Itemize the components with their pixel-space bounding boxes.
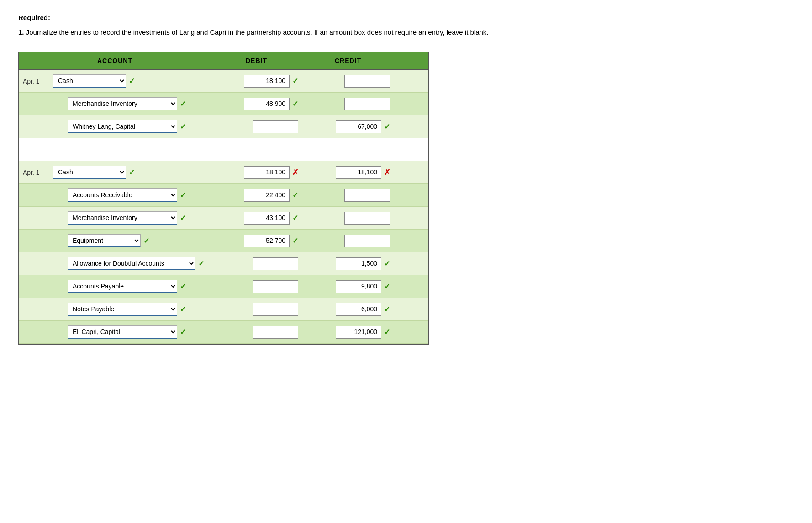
- credit-box[interactable]: [344, 98, 390, 110]
- header-credit: CREDIT: [302, 52, 394, 69]
- debit-cell: 18,100 ✗: [211, 163, 302, 182]
- check-icon: ✓: [180, 122, 186, 131]
- debit-box[interactable]: [253, 326, 298, 339]
- check-icon: ✓: [129, 77, 135, 85]
- account-cell: Apr. 1 Cash ✓: [19, 72, 211, 90]
- debit-check-icon: ✓: [292, 214, 298, 222]
- table-row: Allowance for Doubtful Accounts ✓ 1,500 …: [19, 252, 428, 275]
- debit-cell: 43,100 ✓: [211, 209, 302, 227]
- credit-box[interactable]: [344, 212, 390, 225]
- table-row: Merchandise Inventory ✓ 43,100 ✓: [19, 207, 428, 230]
- account-select[interactable]: Cash: [53, 74, 126, 88]
- table-header: ACCOUNT DEBIT CREDIT: [19, 52, 428, 70]
- credit-check-icon: ✓: [384, 259, 390, 268]
- debit-box[interactable]: [253, 280, 298, 293]
- credit-cell: 9,800 ✓: [302, 277, 394, 296]
- account-select[interactable]: Accounts Payable: [68, 280, 177, 293]
- check-icon: ✓: [180, 282, 186, 291]
- credit-cell: 1,500 ✓: [302, 255, 394, 273]
- debit-check-icon: ✓: [292, 191, 298, 199]
- account-cell: Notes Payable ✓: [19, 300, 211, 319]
- account-cell: Whitney Lang, Capital ✓: [19, 117, 211, 136]
- account-select[interactable]: Allowance for Doubtful Accounts: [68, 257, 195, 270]
- table-row: Merchandise Inventory ✓ 48,900 ✓: [19, 93, 428, 115]
- table-row: Notes Payable ✓ 6,000 ✓: [19, 298, 428, 321]
- credit-cell: 121,000 ✓: [302, 323, 394, 341]
- check-icon: ✓: [180, 99, 186, 108]
- check-icon: ✓: [143, 236, 149, 245]
- account-select[interactable]: Notes Payable: [68, 303, 177, 316]
- account-select[interactable]: Whitney Lang, Capital: [68, 120, 177, 133]
- account-cell: Merchandise Inventory ✓: [19, 209, 211, 227]
- credit-x-icon: ✗: [384, 168, 390, 177]
- check-icon: ✓: [129, 168, 135, 177]
- credit-box[interactable]: 121,000: [336, 326, 381, 339]
- debit-cell: [211, 323, 302, 341]
- credit-box[interactable]: 67,000: [336, 120, 381, 133]
- debit-cell: 52,700 ✓: [211, 232, 302, 250]
- debit-cell: [211, 255, 302, 273]
- credit-check-icon: ✓: [384, 328, 390, 336]
- instruction-text: Journalize the entries to record the inv…: [26, 28, 489, 36]
- debit-cell: [211, 300, 302, 319]
- table-row: Accounts Receivable ✓ 22,400 ✓: [19, 184, 428, 207]
- header-debit: DEBIT: [211, 52, 302, 69]
- credit-box[interactable]: 1,500: [336, 257, 381, 270]
- credit-box[interactable]: [344, 75, 390, 88]
- debit-cell: 48,900 ✓: [211, 95, 302, 113]
- account-select[interactable]: Accounts Receivable: [68, 188, 177, 202]
- debit-x-icon: ✗: [292, 168, 298, 177]
- debit-cell: [211, 277, 302, 296]
- account-select[interactable]: Merchandise Inventory: [68, 97, 177, 110]
- credit-box[interactable]: 9,800: [336, 280, 381, 293]
- account-select[interactable]: Cash: [53, 166, 126, 179]
- account-cell: Accounts Receivable ✓: [19, 186, 211, 204]
- debit-cell: 18,100 ✓: [211, 72, 302, 90]
- debit-box[interactable]: 43,100: [244, 212, 290, 225]
- debit-check-icon: ✓: [292, 77, 298, 85]
- check-icon: ✓: [180, 305, 186, 314]
- debit-box[interactable]: [253, 120, 298, 133]
- debit-box[interactable]: 18,100: [244, 166, 290, 179]
- account-cell: Accounts Payable ✓: [19, 277, 211, 296]
- account-cell: Allowance for Doubtful Accounts ✓: [19, 254, 211, 273]
- debit-box[interactable]: 18,100: [244, 75, 290, 88]
- credit-cell: 6,000 ✓: [302, 300, 394, 319]
- credit-box[interactable]: 6,000: [336, 303, 381, 316]
- instructions: 1. Journalize the entries to record the …: [18, 27, 794, 38]
- required-label: Required:: [18, 14, 794, 21]
- credit-box[interactable]: [344, 235, 390, 247]
- date-label: Apr. 1: [23, 169, 50, 176]
- separator-row: [19, 138, 428, 161]
- credit-cell: 67,000 ✓: [302, 118, 394, 136]
- table-row: Whitney Lang, Capital ✓ 67,000 ✓: [19, 115, 428, 138]
- debit-box[interactable]: [253, 257, 298, 270]
- credit-cell: [302, 209, 394, 227]
- credit-check-icon: ✓: [384, 122, 390, 131]
- table-row: Apr. 1 Cash ✓ 18,100 ✗ 18,100 ✗: [19, 161, 428, 184]
- account-cell: Eli Capri, Capital ✓: [19, 323, 211, 341]
- debit-box[interactable]: 48,900: [244, 98, 290, 110]
- credit-box[interactable]: 18,100: [336, 166, 381, 179]
- account-cell: Apr. 1 Cash ✓: [19, 163, 211, 182]
- table-row: Apr. 1 Cash ✓ 18,100 ✓: [19, 70, 428, 93]
- table-row: Accounts Payable ✓ 9,800 ✓: [19, 275, 428, 298]
- account-select[interactable]: Merchandise Inventory: [68, 211, 177, 225]
- credit-check-icon: ✓: [384, 282, 390, 291]
- credit-cell: 18,100 ✗: [302, 163, 394, 182]
- debit-cell: 22,400 ✓: [211, 186, 302, 204]
- debit-box[interactable]: 22,400: [244, 189, 290, 202]
- credit-cell: [302, 72, 394, 90]
- check-icon: ✓: [180, 328, 186, 336]
- debit-check-icon: ✓: [292, 99, 298, 108]
- debit-box[interactable]: [253, 303, 298, 316]
- check-icon: ✓: [180, 191, 186, 199]
- account-select[interactable]: Eli Capri, Capital: [68, 325, 177, 339]
- check-icon: ✓: [180, 214, 186, 222]
- account-cell: Equipment ✓: [19, 231, 211, 250]
- table-row: Eli Capri, Capital ✓ 121,000 ✓: [19, 321, 428, 344]
- debit-box[interactable]: 52,700: [244, 235, 290, 247]
- account-select[interactable]: Equipment: [68, 234, 141, 247]
- credit-box[interactable]: [344, 189, 390, 202]
- header-account: ACCOUNT: [19, 52, 211, 69]
